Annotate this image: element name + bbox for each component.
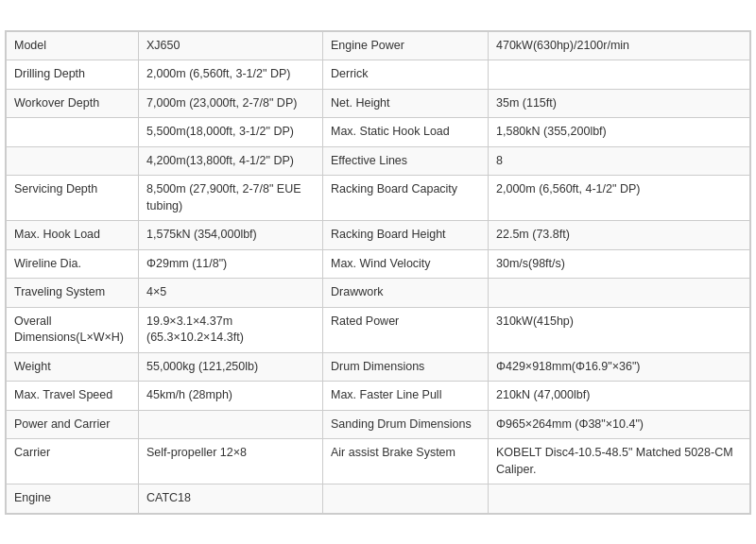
- left-label: Traveling System: [7, 279, 139, 308]
- table-row: Power and CarrierSanding Drum Dimensions…: [7, 410, 750, 439]
- right-value: 22.5m (73.8ft): [489, 221, 750, 250]
- right-label: Racking Board Height: [323, 221, 489, 250]
- left-label: Power and Carrier: [7, 410, 139, 439]
- right-value: 35m (115ft): [489, 89, 750, 118]
- right-label: Air assist Brake System: [323, 439, 489, 484]
- left-label: Wireline Dia.: [7, 249, 139, 279]
- left-value: 19.9×3.1×4.37m (65.3×10.2×14.3ft): [139, 307, 323, 352]
- right-label: Net. Height: [323, 89, 489, 118]
- right-label: Max. Faster Line Pull: [323, 382, 489, 411]
- table-row: Traveling System4×5Drawwork: [7, 279, 750, 308]
- right-label: Rated Power: [323, 307, 489, 352]
- left-value: CATC18: [139, 484, 323, 514]
- left-value: 8,500m (27,900ft, 2-7/8" EUE tubing): [139, 176, 323, 221]
- table-row: ModelXJ650Engine Power470kW(630hp)/2100r…: [7, 31, 750, 60]
- right-label: Effective Lines: [323, 146, 489, 176]
- table-row: CarrierSelf-propeller 12×8Air assist Bra…: [7, 439, 750, 484]
- right-value: KOBELT Disc4-10.5-48.5" Matched 5028-CM …: [489, 439, 750, 484]
- right-value: 470kW(630hp)/2100r/min: [489, 31, 750, 60]
- right-label: Max. Static Hook Load: [323, 118, 489, 147]
- left-value: 45km/h (28mph): [139, 382, 323, 411]
- left-value: XJ650: [139, 31, 323, 60]
- left-label: Servicing Depth: [7, 176, 139, 221]
- right-value: 8: [489, 146, 750, 176]
- table-row: Wireline Dia.Φ29mm (11/8")Max. Wind Velo…: [7, 249, 750, 279]
- right-value: Φ965×264mm (Φ38"×10.4"): [489, 410, 750, 439]
- left-label: [7, 118, 139, 147]
- left-label: Max. Travel Speed: [7, 382, 139, 411]
- right-value: 30m/s(98ft/s): [489, 249, 750, 279]
- left-label: Model: [7, 31, 139, 60]
- table-row: EngineCATC18: [7, 484, 750, 514]
- right-label: Max. Wind Velocity: [323, 249, 489, 279]
- left-value: 4,200m(13,800ft, 4-1/2" DP): [139, 146, 323, 176]
- table-row: Weight55,000kg (121,250lb)Drum Dimension…: [7, 352, 750, 382]
- table-row: Max. Travel Speed45km/h (28mph)Max. Fast…: [7, 382, 750, 411]
- right-label: Derrick: [323, 60, 489, 90]
- left-value: [139, 410, 323, 439]
- left-value: 1,575kN (354,000lbf): [139, 221, 323, 250]
- right-value: Φ429×918mm(Φ16.9"×36"): [489, 352, 750, 382]
- left-label: Workover Depth: [7, 89, 139, 118]
- left-label: Drilling Depth: [7, 60, 139, 90]
- left-label: Engine: [7, 484, 139, 514]
- table-row: Workover Depth7,000m (23,000ft, 2-7/8" D…: [7, 89, 750, 118]
- left-label: [7, 146, 139, 176]
- left-label: Carrier: [7, 439, 139, 484]
- table-row: Drilling Depth2,000m (6,560ft, 3-1/2" DP…: [7, 60, 750, 90]
- table-row: Max. Hook Load1,575kN (354,000lbf)Rackin…: [7, 221, 750, 250]
- left-label: Max. Hook Load: [7, 221, 139, 250]
- left-value: Φ29mm (11/8"): [139, 249, 323, 279]
- right-label: [323, 484, 489, 514]
- right-value: 1,580kN (355,200lbf): [489, 118, 750, 147]
- right-label: Sanding Drum Dimensions: [323, 410, 489, 439]
- right-value: [489, 60, 750, 90]
- left-label: Overall Dimensions(L×W×H): [7, 307, 139, 352]
- specs-table: ModelXJ650Engine Power470kW(630hp)/2100r…: [6, 31, 750, 514]
- right-value: 310kW(415hp): [489, 307, 750, 352]
- left-value: 4×5: [139, 279, 323, 308]
- left-value: 2,000m (6,560ft, 3-1/2" DP): [139, 60, 323, 90]
- table-row: 4,200m(13,800ft, 4-1/2" DP)Effective Lin…: [7, 146, 750, 176]
- right-value: 2,000m (6,560ft, 4-1/2" DP): [489, 176, 750, 221]
- left-value: Self-propeller 12×8: [139, 439, 323, 484]
- table-row: Overall Dimensions(L×W×H)19.9×3.1×4.37m …: [7, 307, 750, 352]
- right-label: Engine Power: [323, 31, 489, 60]
- left-label: Weight: [7, 352, 139, 382]
- right-value: 210kN (47,000lbf): [489, 382, 750, 411]
- table-row: 5,500m(18,000ft, 3-1/2" DP)Max. Static H…: [7, 118, 750, 147]
- right-label: Drawwork: [323, 279, 489, 308]
- right-value: [489, 279, 750, 308]
- right-label: Racking Board Capacity: [323, 176, 489, 221]
- right-label: Drum Dimensions: [323, 352, 489, 382]
- right-value: [489, 484, 750, 514]
- specs-table-wrapper: ModelXJ650Engine Power470kW(630hp)/2100r…: [5, 30, 751, 515]
- table-row: Servicing Depth8,500m (27,900ft, 2-7/8" …: [7, 176, 750, 221]
- left-value: 55,000kg (121,250lb): [139, 352, 323, 382]
- left-value: 7,000m (23,000ft, 2-7/8" DP): [139, 89, 323, 118]
- left-value: 5,500m(18,000ft, 3-1/2" DP): [139, 118, 323, 147]
